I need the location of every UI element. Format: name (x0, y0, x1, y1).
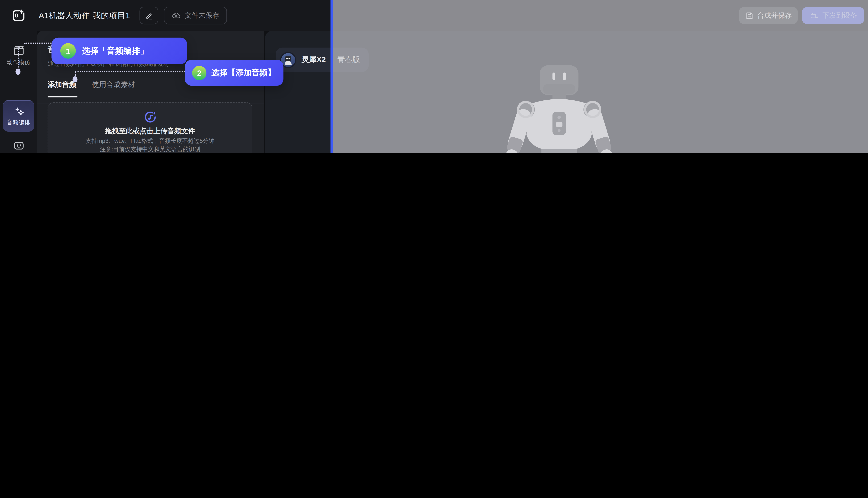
top-bar: A1机器人动作-我的项目1 文件未保存 合成并保存 下发到设备 (0, 0, 868, 31)
sidebar-item-audio-arrange[interactable]: 音频编排 (3, 100, 34, 132)
robot-download-icon (809, 11, 818, 20)
step-number-badge: 1 (61, 43, 76, 58)
file-unsaved-label: 文件未保存 (185, 11, 219, 20)
sidebar-label: 音频编排 (7, 119, 30, 127)
step-number-badge: 2 (192, 66, 207, 80)
upload-audio-icon (48, 109, 252, 124)
project-title: A1机器人动作-我的项目1 (39, 11, 130, 21)
tutorial-step-1: 1 选择「音频编排」 (52, 38, 187, 64)
active-tab-underline (48, 96, 77, 97)
step-text: 选择【添加音频】 (211, 67, 276, 78)
merge-save-label: 合成并保存 (757, 11, 792, 20)
upload-note: 注意:目前仅支持中文和英文语言的识别 (48, 146, 252, 153)
audio-upload-dropzone[interactable]: 拖拽至此或点击上传音频文件 支持mp3、wav、Flac格式，音频长度不超过5分… (48, 102, 252, 153)
sparkles-icon (13, 105, 25, 117)
robot-model-badge: 灵犀X2 青春版 (276, 48, 369, 72)
divider (332, 55, 332, 64)
tab-use-synth-material[interactable]: 使用合成素材 (92, 80, 135, 90)
app-window: A1机器人动作-我的项目1 文件未保存 合成并保存 下发到设备 (0, 0, 868, 153)
cloud-off-icon (171, 11, 181, 20)
upload-formats: 支持mp3、wav、Flac格式，音频长度不超过5分钟 (48, 137, 252, 145)
merge-save-button[interactable]: 合成并保存 (739, 7, 798, 24)
upload-title: 拖拽至此或点击上传音频文件 (48, 127, 252, 136)
tutorial-step-2: 2 选择【添加音频】 (185, 60, 284, 86)
robot-model (489, 65, 629, 153)
tab-add-audio[interactable]: 添加音频 (48, 80, 76, 90)
file-unsaved-button[interactable]: 文件未保存 (164, 6, 227, 24)
connector-dot (73, 76, 78, 82)
robot-edition: 青春版 (337, 55, 360, 65)
sidebar-item-expression-lib[interactable]: 表情库 (0, 140, 37, 153)
save-icon (745, 11, 753, 19)
robot-name: 灵犀X2 (302, 55, 326, 65)
connector-line (24, 43, 51, 44)
connector-dot (15, 68, 21, 75)
step-text: 选择「音频编排」 (82, 45, 148, 56)
pencil-icon (145, 11, 153, 19)
connector-line (75, 71, 185, 72)
connector-line (75, 72, 76, 77)
robot-face-icon (13, 140, 25, 152)
app-logo-icon (11, 8, 27, 23)
deploy-label: 下发到设备 (822, 11, 857, 20)
3d-viewport[interactable]: 灵犀X2 青春版 Z X Y (265, 31, 868, 153)
deploy-button[interactable]: 下发到设备 (802, 7, 864, 24)
connector-line (18, 47, 19, 70)
edit-title-button[interactable] (140, 6, 158, 24)
